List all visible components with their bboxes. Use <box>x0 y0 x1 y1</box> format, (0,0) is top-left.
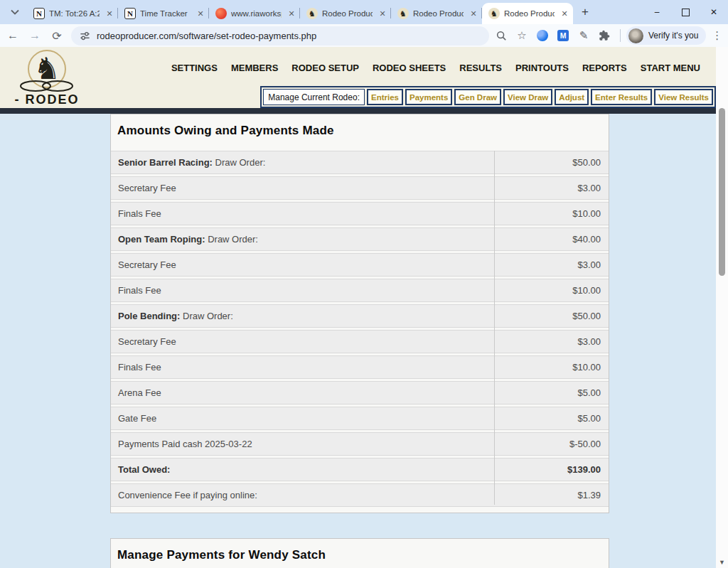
fee-amount: $1.39 <box>493 490 609 500</box>
extension-blue-icon[interactable] <box>534 27 551 44</box>
amounts-owing-panel: Amounts Owing and Payments Made Senior B… <box>110 114 609 513</box>
table-row: Finals Fee $10.00 <box>111 202 609 225</box>
forward-button[interactable]: → <box>26 26 44 45</box>
fee-amount: $10.00 <box>493 285 609 296</box>
maximize-button[interactable] <box>671 0 700 24</box>
nav-settings[interactable]: SETTINGS <box>171 63 218 73</box>
back-button[interactable]: ← <box>4 26 22 45</box>
nav-printouts[interactable]: PRINTOUTS <box>515 63 569 73</box>
fee-label: Payments Paid cash 2025-03-22 <box>111 439 493 449</box>
fee-amount: $-50.00 <box>493 439 609 449</box>
profile-chip[interactable]: Verify it's you <box>626 26 706 45</box>
address-bar[interactable]: rodeoproducer.com/software/set-rodeo-pay… <box>71 26 489 45</box>
new-tab-button[interactable]: + <box>576 3 594 21</box>
nav-start-menu[interactable]: START MENU <box>641 63 700 73</box>
zoom-icon[interactable] <box>493 27 510 44</box>
fee-label: Gate Fee <box>111 413 493 424</box>
rodeo-favicon-icon: ♞ <box>397 8 409 19</box>
scrollbar[interactable]: ▼ <box>716 47 728 568</box>
scrollbar-thumb[interactable] <box>719 108 725 276</box>
browser-toolbar: ← → ⟳ rodeoproducer.com/software/set-rod… <box>0 24 728 47</box>
svg-text:♞: ♞ <box>33 52 60 85</box>
profile-label: Verify it's you <box>648 31 698 41</box>
table-row: Payments Paid cash 2025-03-22 $-50.00 <box>111 432 609 456</box>
browser-tab[interactable]: ♞ Rodeo Producer - ✕ <box>391 3 482 24</box>
close-icon[interactable]: ✕ <box>559 8 570 19</box>
fee-label: Total Owed: <box>111 464 493 475</box>
browser-tab[interactable]: ♞ Rodeo Producer - ✕ <box>300 3 391 24</box>
close-icon[interactable]: ✕ <box>195 8 206 19</box>
tab-title: TM: Tot:26 A:2, B:1 <box>49 9 100 18</box>
browser-menu-icon[interactable]: ⋮ <box>712 29 722 42</box>
gen-draw-button[interactable]: Gen Draw <box>454 89 501 105</box>
view-results-button[interactable]: View Results <box>654 89 713 105</box>
manage-payments-panel: Manage Payments for Wendy Satch <box>110 538 609 568</box>
header-divider <box>0 108 716 114</box>
table-row: Finals Fee $10.00 <box>111 279 609 302</box>
fee-label: Finals Fee <box>111 208 493 219</box>
fee-amount: $3.00 <box>493 183 609 193</box>
fee-amount: $139.00 <box>493 464 609 475</box>
fee-label: Arena Fee <box>111 387 493 398</box>
panel-title: Manage Payments for Wendy Satch <box>111 539 609 568</box>
bookmark-star-icon[interactable]: ☆ <box>513 27 530 44</box>
browser-tab[interactable]: www.riaworkspace ✕ <box>209 3 300 24</box>
browser-tab-active[interactable]: ♞ Rodeo Producer - ✕ <box>482 3 573 24</box>
nav-rodeo-sheets[interactable]: RODEO SHEETS <box>373 63 446 73</box>
fee-amount: $50.00 <box>493 311 609 321</box>
adjust-button[interactable]: Adjust <box>555 89 589 105</box>
nav-reports[interactable]: REPORTS <box>582 63 627 73</box>
extensions-puzzle-icon[interactable] <box>596 27 613 44</box>
close-icon[interactable]: ✕ <box>286 8 297 19</box>
fees-table: Senior Barrel Racing: Draw Order: $50.00… <box>111 151 609 507</box>
fee-label: Secretary Fee <box>111 336 493 347</box>
url-text[interactable]: rodeoproducer.com/software/set-rodeo-pay… <box>97 31 316 41</box>
site-settings-icon[interactable] <box>80 31 90 41</box>
window-controls: – ✕ <box>643 0 728 24</box>
nav-results[interactable]: RESULTS <box>459 63 502 73</box>
table-row: Open Team Roping: Draw Order: $40.00 <box>111 227 609 251</box>
enter-results-button[interactable]: Enter Results <box>591 89 652 105</box>
tab-strip: N TM: Tot:26 A:2, B:1 ✕ N Time Tracker ✕… <box>0 0 728 24</box>
table-row: Senior Barrel Racing: Draw Order: $50.00 <box>111 151 609 174</box>
fee-label: Finals Fee <box>111 362 493 373</box>
browser-tab[interactable]: N Time Tracker ✕ <box>118 3 209 24</box>
scroll-down-arrow-icon[interactable]: ▼ <box>716 559 728 566</box>
window-close-button[interactable]: ✕ <box>700 0 728 24</box>
fee-amount: $3.00 <box>493 259 609 270</box>
fee-label: Secretary Fee <box>111 183 493 193</box>
fee-label: Finals Fee <box>111 285 493 296</box>
table-row: Secretary Fee $3.00 <box>111 253 609 277</box>
nav-members[interactable]: MEMBERS <box>231 63 278 73</box>
extension-m-icon[interactable]: M <box>555 27 572 44</box>
fee-label: Convenience Fee if paying online: <box>111 490 493 500</box>
close-icon[interactable]: ✕ <box>104 8 115 19</box>
total-owed-row: Total Owed: $139.00 <box>111 458 609 481</box>
reload-button[interactable]: ⟳ <box>48 26 66 45</box>
fee-amount: $3.00 <box>493 336 609 347</box>
fee-amount: $50.00 <box>493 157 609 168</box>
page-content: Amounts Owing and Payments Made Senior B… <box>0 114 716 568</box>
tab-title: Rodeo Producer - <box>322 9 373 18</box>
fee-label: Pole Bending: Draw Order: <box>111 311 493 321</box>
nav-rodeo-setup[interactable]: RODEO SETUP <box>291 63 359 73</box>
table-row: Finals Fee $10.00 <box>111 355 609 379</box>
browser-tab[interactable]: N TM: Tot:26 A:2, B:1 ✕ <box>27 3 118 24</box>
close-icon[interactable]: ✕ <box>377 8 388 19</box>
tab-title: Time Tracker <box>140 9 191 18</box>
minimize-button[interactable]: – <box>643 0 671 24</box>
manage-current-rodeo-bar: Manage Current Rodeo: Entries Payments G… <box>260 86 716 108</box>
fee-amount: $10.00 <box>493 362 609 373</box>
payments-button[interactable]: Payments <box>405 89 452 105</box>
table-row: Pole Bending: Draw Order: $50.00 <box>111 304 609 328</box>
manage-bar-label: Manage Current Rodeo: <box>263 89 365 105</box>
tab-search-button[interactable] <box>6 3 24 21</box>
fee-label: Senior Barrel Racing: Draw Order: <box>111 157 493 168</box>
close-icon[interactable]: ✕ <box>468 8 479 19</box>
view-draw-button[interactable]: View Draw <box>503 89 552 105</box>
chevron-down-icon <box>11 9 19 15</box>
extension-note-icon[interactable]: ✎ <box>575 27 592 44</box>
entries-button[interactable]: Entries <box>367 89 403 105</box>
rodeo-favicon-icon: ♞ <box>488 8 500 19</box>
notion-icon: N <box>33 8 45 19</box>
